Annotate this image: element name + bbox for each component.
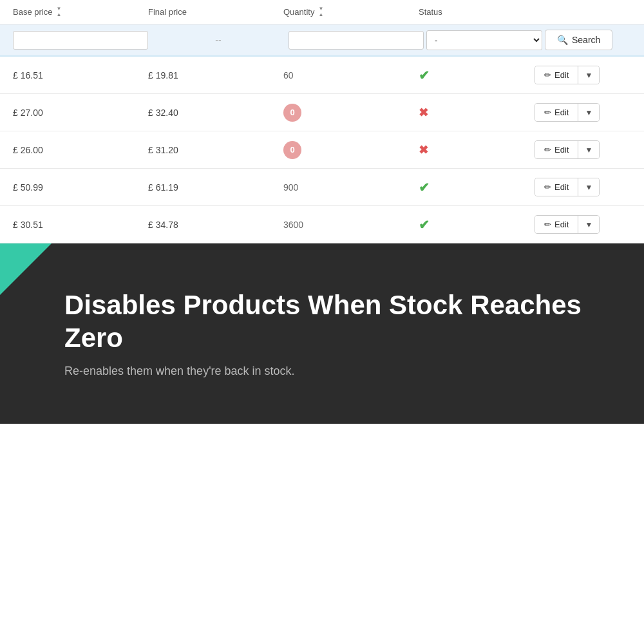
edit-button[interactable]: ✏ Edit xyxy=(535,178,578,196)
filter-quantity[interactable] xyxy=(289,31,424,50)
status-cell: ✔ xyxy=(419,68,535,83)
zero-quantity-badge: 0 xyxy=(283,141,301,159)
col-quantity[interactable]: Quantity ▼▲ xyxy=(283,6,419,17)
zero-quantity-badge: 0 xyxy=(283,104,301,122)
edit-button[interactable]: ✏ Edit xyxy=(535,66,578,84)
edit-button-group[interactable]: ✏ Edit ▼ xyxy=(535,66,600,84)
status-cell: ✔ xyxy=(419,217,535,232)
base-price-cell: £ 50.99 xyxy=(13,182,148,193)
edit-dropdown-button[interactable]: ▼ xyxy=(578,104,599,121)
table-row: £ 16.51 £ 19.81 60 ✔ ✏ Edit ▼ xyxy=(0,57,644,94)
quantity-cell: 0 xyxy=(283,141,419,159)
pencil-icon: ✏ xyxy=(544,182,551,192)
search-button[interactable]: 🔍 Search xyxy=(545,30,612,50)
base-price-cell: £ 27.00 xyxy=(13,108,148,118)
pencil-icon: ✏ xyxy=(544,108,551,117)
final-price-cell: £ 32.40 xyxy=(148,108,283,118)
edit-button[interactable]: ✏ Edit xyxy=(535,141,578,158)
col-status: Status xyxy=(419,6,535,17)
edit-button-group[interactable]: ✏ Edit ▼ xyxy=(535,103,600,122)
col-final-price: Final price xyxy=(148,6,283,17)
quantity-cell: 0 xyxy=(283,104,419,122)
pencil-icon: ✏ xyxy=(544,70,551,80)
status-active-icon: ✔ xyxy=(419,218,430,232)
quantity-cell: 900 xyxy=(283,182,419,193)
actions-cell: ✏ Edit ▼ xyxy=(535,178,631,196)
promo-title: Disables Products When Stock Reaches Zer… xyxy=(64,289,612,354)
quantity-cell: 3600 xyxy=(283,220,419,230)
status-inactive-icon: ✖ xyxy=(419,106,428,119)
table-row: £ 26.00 £ 31.20 0 ✖ ✏ Edit ▼ xyxy=(0,131,644,169)
actions-cell: ✏ Edit ▼ xyxy=(535,215,631,234)
actions-cell: ✏ Edit ▼ xyxy=(535,103,631,122)
table-row: £ 30.51 £ 34.78 3600 ✔ ✏ Edit ▼ xyxy=(0,206,644,243)
sort-icons-base-price[interactable]: ▼▲ xyxy=(56,6,61,17)
sort-icons-quantity[interactable]: ▼▲ xyxy=(318,6,323,17)
filter-separator: -- xyxy=(151,35,286,45)
search-icon: 🔍 xyxy=(557,35,568,45)
status-inactive-icon: ✖ xyxy=(419,144,428,156)
promo-triangle-decoration xyxy=(0,243,52,295)
promo-section: Disables Products When Stock Reaches Zer… xyxy=(0,243,644,424)
edit-button-group[interactable]: ✏ Edit ▼ xyxy=(535,215,600,234)
pencil-icon: ✏ xyxy=(544,145,551,155)
actions-cell: ✏ Edit ▼ xyxy=(535,140,631,159)
table-row: £ 50.99 £ 61.19 900 ✔ ✏ Edit ▼ xyxy=(0,169,644,206)
edit-button-group[interactable]: ✏ Edit ▼ xyxy=(535,140,600,159)
edit-dropdown-button[interactable]: ▼ xyxy=(578,216,599,233)
filter-row: -- - Active Inactive 🔍 Search xyxy=(0,24,644,57)
table-header: Base price ▼▲ Final price Quantity ▼▲ St… xyxy=(0,0,644,24)
status-cell: ✖ xyxy=(419,143,535,157)
final-price-cell: £ 61.19 xyxy=(148,182,283,193)
filter-base-price[interactable] xyxy=(13,31,148,50)
final-price-cell: £ 34.78 xyxy=(148,220,283,230)
edit-button[interactable]: ✏ Edit xyxy=(535,216,578,233)
quantity-cell: 60 xyxy=(283,70,419,80)
pencil-icon: ✏ xyxy=(544,220,551,229)
col-base-price[interactable]: Base price ▼▲ xyxy=(13,6,148,17)
promo-subtitle: Re-enables them when they're back in sto… xyxy=(64,365,612,378)
base-price-cell: £ 30.51 xyxy=(13,220,148,230)
status-cell: ✖ xyxy=(419,106,535,120)
base-price-cell: £ 16.51 xyxy=(13,70,148,80)
edit-button-group[interactable]: ✏ Edit ▼ xyxy=(535,178,600,196)
filter-status[interactable]: - Active Inactive xyxy=(426,30,542,50)
status-active-icon: ✔ xyxy=(419,68,430,82)
status-active-icon: ✔ xyxy=(419,180,430,194)
edit-dropdown-button[interactable]: ▼ xyxy=(578,141,599,158)
edit-button[interactable]: ✏ Edit xyxy=(535,104,578,121)
base-price-cell: £ 26.00 xyxy=(13,145,148,155)
final-price-cell: £ 31.20 xyxy=(148,145,283,155)
edit-dropdown-button[interactable]: ▼ xyxy=(578,178,599,196)
table-row: £ 27.00 £ 32.40 0 ✖ ✏ Edit ▼ xyxy=(0,94,644,131)
status-cell: ✔ xyxy=(419,180,535,195)
final-price-cell: £ 19.81 xyxy=(148,70,283,80)
actions-cell: ✏ Edit ▼ xyxy=(535,66,631,84)
edit-dropdown-button[interactable]: ▼ xyxy=(578,66,599,84)
